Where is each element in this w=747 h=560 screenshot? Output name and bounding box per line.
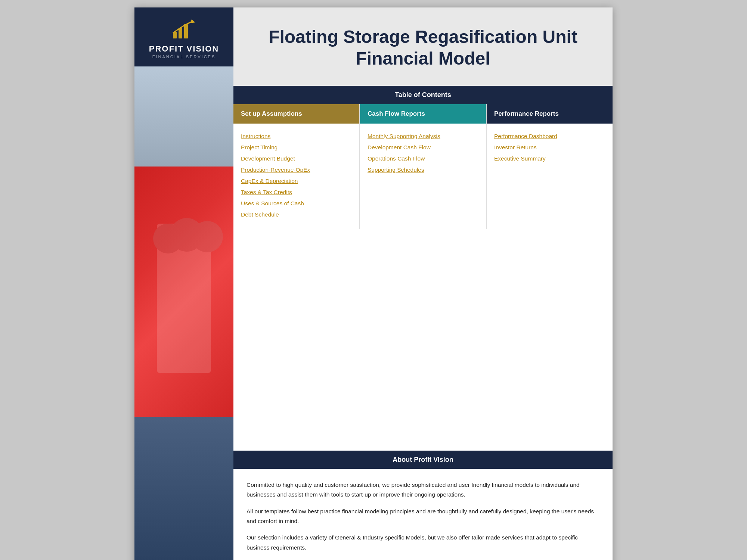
link-development-cashflow[interactable]: Development Cash Flow	[368, 144, 478, 151]
toc-col-links-performance: Performance Dashboard Investor Returns E…	[487, 124, 613, 173]
title-line2: Financial Model	[356, 49, 490, 68]
logo-area: PROFIT VISION FINANCIAL SERVICES	[134, 7, 233, 66]
about-section: About Profit Vision Committed to high qu…	[233, 451, 613, 560]
link-performance-dashboard[interactable]: Performance Dashboard	[494, 133, 605, 140]
header: Floating Storage Regasification Unit Fin…	[233, 7, 613, 86]
page-title: Floating Storage Regasification Unit Fin…	[256, 26, 590, 69]
toc-col-links-setup: Instructions Project Timing Development …	[233, 124, 359, 229]
toc-col-header-setup: Set up Assumptions	[233, 104, 359, 124]
link-investor-returns[interactable]: Investor Returns	[494, 144, 605, 151]
logo-icon	[171, 19, 197, 41]
toc-section: Table of Contents Set up Assumptions Ins…	[233, 86, 613, 451]
link-operations-cashflow[interactable]: Operations Cash Flow	[368, 155, 478, 162]
page-wrapper: PROFIT VISION FINANCIAL SERVICES Float	[134, 7, 613, 560]
toc-col-header-performance: Performance Reports	[487, 104, 613, 124]
link-instructions[interactable]: Instructions	[241, 133, 352, 140]
about-content: Committed to high quality and customer s…	[233, 469, 613, 560]
about-paragraph-3: Our selection includes a variety of Gene…	[247, 533, 599, 553]
svg-rect-1	[179, 28, 182, 38]
link-executive-summary[interactable]: Executive Summary	[494, 155, 605, 162]
about-paragraph-2: All our templates follow best practice f…	[247, 507, 599, 526]
link-development-budget[interactable]: Development Budget	[241, 155, 352, 162]
brand-name: PROFIT VISION	[149, 44, 219, 54]
ship-illustration	[134, 66, 233, 560]
toc-column-setup: Set up Assumptions Instructions Project …	[233, 104, 359, 229]
toc-columns: Set up Assumptions Instructions Project …	[233, 104, 613, 229]
title-line1: Floating Storage Regasification Unit	[269, 27, 577, 47]
toc-heading: Table of Contents	[233, 86, 613, 104]
link-taxes-tax-credits[interactable]: Taxes & Tax Credits	[241, 189, 352, 196]
main-content: Floating Storage Regasification Unit Fin…	[233, 7, 613, 560]
link-capex-depreciation[interactable]: CapEx & Depreciation	[241, 178, 352, 184]
link-debt-schedule[interactable]: Debt Schedule	[241, 211, 352, 218]
link-supporting-schedules[interactable]: Supporting Schedules	[368, 167, 478, 173]
link-production-revenue-opex[interactable]: Production-Revenue-OpEx	[241, 167, 352, 173]
about-paragraph-1: Committed to high quality and customer s…	[247, 480, 599, 500]
link-monthly-supporting[interactable]: Monthly Supporting Analysis	[368, 133, 478, 140]
svg-point-7	[192, 221, 223, 252]
sidebar: PROFIT VISION FINANCIAL SERVICES	[134, 7, 233, 560]
brand-tagline: FINANCIAL SERVICES	[152, 55, 216, 59]
toc-column-cashflow: Cash Flow Reports Monthly Supporting Ana…	[360, 104, 486, 229]
link-project-timing[interactable]: Project Timing	[241, 144, 352, 151]
about-heading: About Profit Vision	[233, 451, 613, 469]
toc-col-header-cashflow: Cash Flow Reports	[360, 104, 486, 124]
svg-marker-3	[190, 19, 195, 23]
toc-col-links-cashflow: Monthly Supporting Analysis Development …	[360, 124, 486, 184]
link-uses-sources-cash[interactable]: Uses & Sources of Cash	[241, 200, 352, 207]
toc-column-performance: Performance Reports Performance Dashboar…	[487, 104, 613, 229]
ship-overlay	[134, 66, 233, 560]
svg-rect-2	[184, 24, 188, 38]
